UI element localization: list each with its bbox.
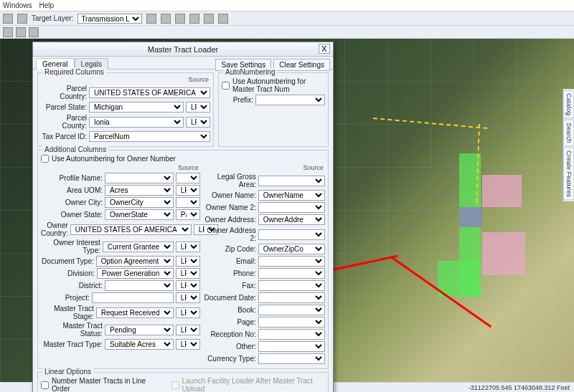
field-label: Zip Code: [203, 245, 256, 253]
tool-icon[interactable] [146, 14, 156, 24]
chk-number-line-order[interactable]: Number Master Tracts in Line Order [41, 377, 157, 392]
field-select[interactable]: OwnerAddre [258, 214, 325, 225]
src-select[interactable]: LPM [176, 185, 200, 196]
field-select[interactable] [258, 353, 325, 364]
field-label: Owner Interest Type: [41, 239, 100, 254]
tool-icon[interactable] [175, 14, 185, 24]
tax-parcel-id-select[interactable]: ParcelNum [89, 131, 210, 142]
chk-auto-owner[interactable]: Use Autonumbering for Owner Number [41, 155, 325, 163]
src-select[interactable]: LPM [176, 292, 200, 303]
parcel-country-select[interactable]: UNITED STATES OF AMERICA [89, 87, 210, 98]
side-tab-create-features[interactable]: Create Features [563, 148, 574, 200]
field-select[interactable]: Option Agreement [96, 256, 174, 267]
field-select[interactable]: Power Generation [97, 268, 174, 279]
tool-icon[interactable] [3, 27, 13, 37]
group-autonumbering: AutoNumbering [223, 68, 277, 76]
field-select[interactable]: OwnerState [105, 209, 174, 220]
field-label: Project: [41, 294, 90, 302]
tool-icon[interactable] [17, 14, 27, 24]
src-select[interactable]: LPM [176, 242, 200, 252]
source-header: Source [41, 76, 210, 83]
src-select[interactable]: LPM [176, 339, 200, 350]
field-select[interactable] [258, 329, 325, 340]
src-select[interactable]: Parcel [176, 209, 200, 220]
group-required-columns: Required Columns [42, 68, 106, 76]
field-label: Master Tract Type: [41, 340, 103, 348]
tool-icon[interactable] [161, 14, 171, 24]
field-select[interactable] [105, 173, 174, 183]
tool-icon[interactable] [204, 14, 214, 24]
field-select[interactable] [258, 341, 325, 352]
src-select[interactable]: LPM [186, 117, 210, 128]
tool-icon[interactable] [3, 14, 13, 24]
field-select[interactable]: Foreigner/2011-011 [92, 292, 174, 303]
status-coords: -31122705.545 17463048.312 Feet [469, 384, 570, 391]
close-icon[interactable]: X [319, 44, 330, 54]
dialog-titlebar[interactable]: Master Tract Loader X [33, 42, 333, 57]
src-select[interactable]: LPM [176, 307, 200, 318]
field-select[interactable]: Suitable Acres [105, 339, 174, 350]
field-select[interactable]: Pending [105, 325, 174, 335]
parcel-county-select[interactable]: Ionia [89, 117, 184, 128]
field-select[interactable]: OwnerCity [105, 197, 174, 208]
field-label: Owner City: [41, 199, 103, 206]
field-label: Division: [41, 269, 95, 277]
chk-auto-master-tract[interactable]: Use Autonumbering for Master Tract Num [222, 77, 325, 93]
field-label: Legal Gross Area: [203, 173, 256, 188]
target-layer-select[interactable]: Transmission Line [77, 14, 142, 24]
field-label: Email: [203, 257, 256, 265]
field-select[interactable]: OwnerZipCo [258, 244, 325, 254]
field-select[interactable] [258, 256, 325, 267]
src-select[interactable]: LPM [186, 102, 210, 113]
field-label: Owner Address: [203, 216, 256, 224]
field-select[interactable] [105, 280, 174, 291]
field-label: Owner Name: [203, 191, 256, 199]
menu-help[interactable]: Help [39, 1, 55, 9]
field-select[interactable]: UNITED STATES OF AMERICA [70, 224, 192, 235]
source-header: Source [41, 164, 200, 171]
field-select[interactable] [258, 268, 325, 279]
src-select[interactable]: LPM [176, 268, 200, 279]
group-linear-options: Linear Options [42, 368, 93, 376]
toolbar-row-1: Target Layer: Transmission Line [0, 11, 574, 26]
src-select[interactable]: LPM [176, 256, 200, 267]
field-select[interactable]: OwnerName [258, 190, 325, 201]
field-label: Reception No: [203, 330, 256, 338]
field-label: Profile Name: [41, 174, 103, 182]
field-label: Fax: [203, 282, 256, 290]
parcel-state-select[interactable]: Michigan [89, 102, 184, 113]
tool-icon[interactable] [189, 14, 199, 24]
lbl-parcel-county: Parcel County: [41, 114, 87, 130]
field-select[interactable] [258, 202, 325, 213]
field-label: District: [41, 282, 103, 290]
field-select[interactable] [258, 305, 325, 315]
prefix-select[interactable] [255, 95, 325, 105]
side-tab-search[interactable]: Search [563, 120, 574, 146]
lbl-parcel-state: Parcel State: [41, 103, 87, 111]
field-select[interactable] [258, 292, 325, 303]
field-select[interactable] [258, 176, 325, 186]
tool-icon[interactable] [16, 27, 26, 37]
source-header: Source [203, 164, 325, 171]
field-select[interactable]: Current Grantee [103, 242, 174, 252]
src-select[interactable]: LPM [176, 325, 200, 335]
src-select[interactable] [176, 197, 200, 208]
field-select[interactable]: Acres [105, 185, 174, 196]
src-select[interactable] [176, 173, 200, 183]
field-label: Book: [203, 306, 256, 314]
tool-icon[interactable] [218, 14, 228, 24]
field-label: Owner Address 2: [203, 226, 256, 242]
menu-windows[interactable]: Windows [3, 1, 32, 9]
left-fields: Profile Name:Area UOM:AcresLPMOwner City… [41, 173, 200, 350]
field-select[interactable]: Request Received [96, 307, 174, 318]
field-label: Page: [203, 318, 256, 326]
field-select[interactable] [258, 229, 325, 240]
side-tab-catalog[interactable]: Catalog [563, 90, 574, 118]
target-layer-label: Target Layer: [32, 14, 73, 22]
field-select[interactable] [258, 280, 325, 291]
tool-icon[interactable] [29, 27, 39, 37]
field-select[interactable] [258, 317, 325, 328]
src-select[interactable]: LPM [176, 280, 200, 291]
field-label: Currency Type: [203, 355, 256, 363]
clear-settings-button[interactable]: Clear Settings [273, 59, 330, 71]
